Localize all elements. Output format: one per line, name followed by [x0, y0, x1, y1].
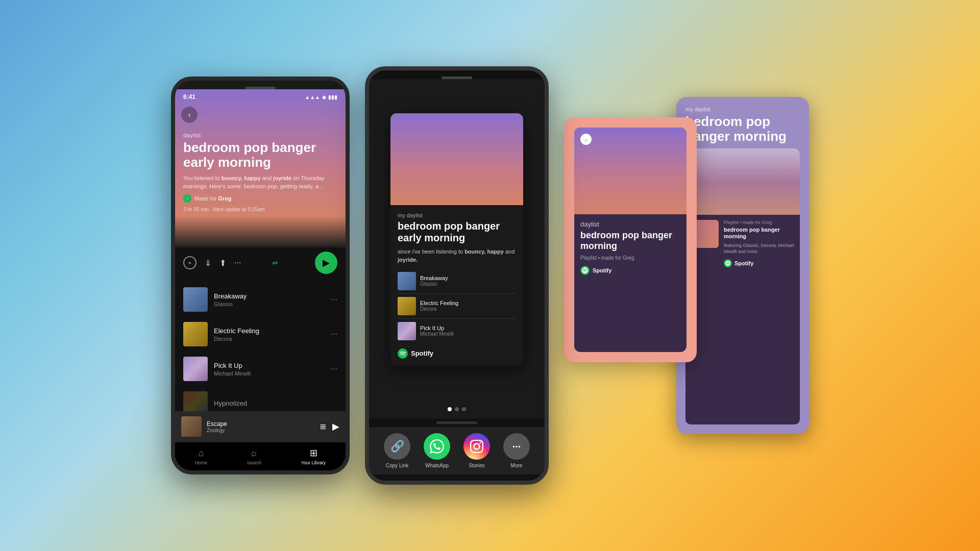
player-info: Escape Zoology	[207, 420, 315, 433]
track-list: Breakaway Glassio ··· Electric Feeling D…	[175, 278, 346, 425]
purple-artists: featuring Glassio, Decora, Michael Minel…	[724, 242, 795, 255]
player-track-name: Escape	[207, 420, 315, 428]
phone-1-header-bg: 6:41 ▲▲▲ ◈ ▮▮▮ ‹ daylist bedroom pop ban…	[175, 89, 346, 247]
track-more-button[interactable]: ···	[331, 295, 337, 304]
share-track-thumb	[398, 272, 416, 290]
track-thumbnail	[183, 357, 208, 381]
signal-icon: ▲▲▲	[305, 94, 320, 100]
share-card-spotify: Spotify	[398, 348, 516, 359]
player-controls: ⊞ ▶	[320, 421, 339, 432]
dot-2	[455, 407, 459, 411]
share-track-1: Breakaway Glassio	[398, 269, 516, 294]
card-spotify-row: Spotify	[580, 266, 680, 275]
share-card-body: my daylist bedroom pop banger early morn…	[390, 205, 523, 366]
phone-1-status-bar: 6:41 ▲▲▲ ◈ ▮▮▮	[175, 89, 346, 103]
purple-card-inner: Playlist • made for Greg bedroom pop ban…	[685, 148, 800, 424]
page-indicator	[369, 400, 545, 418]
copy-link-icon: 🔗	[384, 433, 410, 460]
mini-player[interactable]: Escape Zoology ⊞ ▶	[175, 411, 346, 442]
share-action-bar: 🔗 Copy Link WhatsApp Stories ··· More	[369, 427, 545, 474]
nav-home-label: Home	[195, 460, 207, 465]
made-for-row: ♪ Made for Greg	[183, 194, 337, 203]
spotify-circle-icon	[724, 259, 732, 267]
table-row: Pick It Up Michael Minelli ···	[175, 352, 346, 386]
track-more-button[interactable]: ···	[331, 330, 337, 339]
share-track-info: Electric Feeling Decora	[420, 300, 516, 312]
card-display-area: my daylist bedroom pop banger early morn…	[369, 79, 545, 400]
add-button[interactable]: +	[183, 256, 197, 269]
dot-1	[448, 407, 452, 411]
library-icon: ⊞	[310, 447, 317, 459]
share-track-name: Electric Feeling	[420, 300, 516, 306]
track-more-button[interactable]: ···	[331, 364, 337, 373]
table-row: Breakaway Glassio ···	[175, 282, 346, 317]
phone-2-share: my daylist bedroom pop banger early morn…	[365, 66, 549, 485]
bottom-nav: ⌂ Home ⌕ Search ⊞ Your Library	[175, 442, 346, 470]
daylist-label: daylist	[183, 132, 337, 138]
share-track-2: Electric Feeling Decora	[398, 294, 516, 319]
table-row: Electric Feeling Decora ···	[175, 317, 346, 352]
play-button[interactable]: ▶	[315, 252, 337, 274]
purple-card-body: Playlist • made for Greg bedroom pop ban…	[685, 215, 800, 272]
track-info: Pick It Up Michael Minelli	[214, 362, 325, 377]
spotify-logo-icon: ♪	[580, 134, 592, 145]
stories-action[interactable]: Stories	[463, 433, 490, 468]
shuffle-button[interactable]: ⇌	[272, 259, 278, 267]
track-name: Pick It Up	[214, 362, 325, 369]
share-track-artist: Glassio	[420, 281, 516, 287]
dot-3	[462, 407, 466, 411]
play-pause-button[interactable]: ▶	[332, 421, 339, 432]
share-card-daylist-label: my daylist	[398, 212, 516, 218]
copy-link-action[interactable]: 🔗 Copy Link	[384, 433, 410, 468]
instagram-icon	[463, 433, 490, 460]
share-track-info: Pick It Up Michael Minelli	[420, 325, 516, 337]
whatsapp-label: WhatsApp	[425, 463, 449, 468]
purple-playlist-title: bedroom pop banger morning	[724, 227, 795, 240]
purple-spotify-row: Spotify	[724, 259, 795, 267]
more-icon: ···	[503, 433, 530, 460]
whatsapp-action[interactable]: WhatsApp	[424, 433, 450, 468]
nav-search[interactable]: ⌕ Search	[247, 448, 262, 465]
track-artist: Michael Minelli	[214, 370, 325, 377]
share-track-thumb	[398, 297, 416, 315]
track-name: Hypnotized	[214, 399, 337, 407]
pink-card-inner: ♪ daylist bedroom pop banger morning Pla…	[574, 128, 687, 352]
track-artist: Decora	[214, 336, 325, 342]
more-action[interactable]: ··· More	[503, 433, 530, 468]
spotify-green-icon	[580, 266, 590, 275]
playlist-meta: 3 hr 26 min · Next update at 9:25am	[183, 207, 337, 212]
spotify-text: Spotify	[734, 260, 753, 266]
share-track-artist: Decora	[420, 306, 516, 312]
phone-1-spotify: 6:41 ▲▲▲ ◈ ▮▮▮ ‹ daylist bedroom pop ban…	[171, 77, 350, 474]
made-for-text: Made for Greg	[194, 195, 231, 202]
purple-card-gradient	[685, 148, 800, 215]
more-button[interactable]: ···	[234, 258, 241, 267]
right-cards-container: ♪ daylist bedroom pop banger morning Pla…	[564, 77, 809, 474]
track-artist: Glassio	[214, 301, 325, 307]
purple-card-title: bedroom pop banger morning	[685, 114, 800, 143]
copy-link-label: Copy Link	[386, 463, 408, 468]
track-info: Breakaway Glassio	[214, 292, 325, 307]
left-controls: + ⇓ ⬆ ···	[183, 256, 241, 269]
battery-icon: ▮▮▮	[328, 94, 337, 100]
spotify-text: Spotify	[593, 267, 611, 273]
spotify-logo-icon	[398, 348, 408, 359]
card-daylist-label: daylist	[580, 220, 680, 228]
purple-card-label: my daylist	[685, 106, 800, 112]
share-button[interactable]: ⬆	[219, 258, 226, 268]
share-track-thumb	[398, 322, 416, 340]
playlist-desc: You listened to bouncy, happy and joyrid…	[183, 174, 337, 190]
spotify-text: Spotify	[411, 349, 433, 357]
back-button[interactable]: ‹	[181, 107, 198, 123]
share-card-desc: since i've been listening to bouncy, hap…	[398, 248, 516, 264]
download-button[interactable]: ⇓	[205, 258, 211, 268]
wifi-icon: ◈	[322, 94, 326, 100]
nav-home[interactable]: ⌂ Home	[195, 448, 207, 465]
nav-library[interactable]: ⊞ Your Library	[301, 447, 326, 465]
playback-controls: + ⇓ ⬆ ··· ⇌ ▶	[175, 247, 346, 278]
whatsapp-icon	[424, 433, 450, 460]
home-icon: ⌂	[198, 448, 204, 459]
cast-button[interactable]: ⊞	[320, 422, 326, 431]
share-track-name: Pick It Up	[420, 325, 516, 331]
share-track-3: Pick It Up Michael Minelli	[398, 319, 516, 343]
